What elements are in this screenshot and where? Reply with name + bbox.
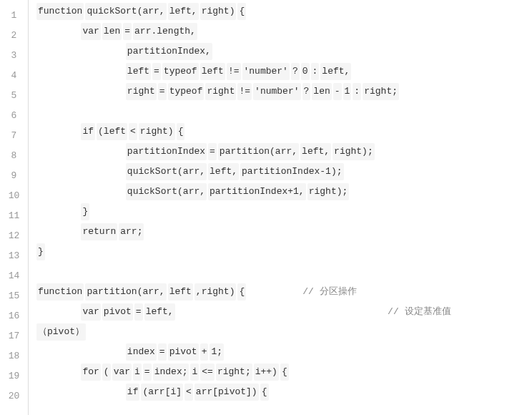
code-token: function xyxy=(36,283,84,301)
code-line: partitionIndex=partition(arr,left,right)… xyxy=(36,143,532,163)
code-token: if xyxy=(81,123,95,140)
code-token: partitionIndex xyxy=(126,143,207,160)
code-token: { xyxy=(280,363,289,381)
code-token: 0 xyxy=(301,63,310,80)
line-number: 19 xyxy=(0,366,28,386)
code-token: : xyxy=(353,83,361,100)
line-number: 11 xyxy=(0,206,28,226)
line-number: 5 xyxy=(0,86,28,106)
code-token: (arr[i] xyxy=(141,384,183,401)
code-area: functionquickSort(arr,left,right){ varle… xyxy=(29,0,532,415)
code-token: partitionIndex-1); xyxy=(240,163,343,180)
code-line xyxy=(36,263,532,283)
code-token: 1 xyxy=(343,83,352,100)
code-token: = xyxy=(123,23,132,40)
code-line: for(vari=index;i<=right;i++){ xyxy=(36,363,532,384)
code-token: if xyxy=(126,384,140,401)
code-line: if(left<right){ xyxy=(36,123,532,143)
line-number: 3 xyxy=(0,46,28,66)
code-token: quickSort(arr, xyxy=(126,163,207,180)
code-line: quickSort(arr,partitionIndex+1,right); xyxy=(36,183,532,203)
code-comment: // 设定基准值 xyxy=(176,306,451,317)
code-token: (left xyxy=(97,123,127,140)
code-token: i xyxy=(133,363,142,381)
code-token: left, xyxy=(300,143,331,160)
code-token: function xyxy=(36,3,84,20)
code-line: right=typeofright!='number'?len-1:right; xyxy=(36,83,532,103)
code-token: typeof xyxy=(162,63,199,80)
code-token: right; xyxy=(216,363,252,381)
code-line: index=pivot+1; xyxy=(36,343,532,363)
code-token: ( xyxy=(102,363,111,381)
line-number: 18 xyxy=(0,346,28,366)
line-number: 10 xyxy=(0,186,28,206)
code-token: arr.length, xyxy=(133,23,197,40)
code-token: = xyxy=(208,143,217,160)
code-token: right); xyxy=(307,183,350,200)
line-number: 7 xyxy=(0,126,28,146)
code-token: 'number' xyxy=(253,83,300,100)
code-token: i++) xyxy=(254,363,279,381)
line-number: 16 xyxy=(0,306,28,326)
code-token: left xyxy=(200,63,225,80)
code-token: left xyxy=(168,283,193,301)
code-token: typeof xyxy=(168,83,205,100)
code-line xyxy=(36,103,532,123)
code-token: = xyxy=(134,303,143,321)
code-token: var xyxy=(81,303,100,321)
code-line: varlen=arr.length, xyxy=(36,23,532,43)
code-token: quickSort(arr, xyxy=(85,3,166,20)
code-line: left=typeofleft!='number'?0:left, xyxy=(36,63,532,83)
code-token: - xyxy=(333,83,342,100)
code-line: if(arr[i]<arr[pivot]){ xyxy=(36,384,532,404)
line-number: 17 xyxy=(0,326,28,346)
code-token: for xyxy=(81,363,100,381)
code-token: return xyxy=(81,223,117,240)
code-line: functionpartition(arr,left,right){ // 分区… xyxy=(36,283,532,303)
code-token: i xyxy=(190,363,199,381)
code-token: right xyxy=(126,83,157,100)
code-token: ? xyxy=(291,63,300,80)
code-token: ,right) xyxy=(194,283,237,301)
code-token: len xyxy=(102,23,122,40)
code-token: left, xyxy=(320,63,351,80)
code-comment: // 分区操作 xyxy=(247,286,356,297)
code-token: right) xyxy=(200,3,237,20)
line-number: 20 xyxy=(0,386,28,406)
code-line: functionquickSort(arr,left,right){ xyxy=(36,3,532,23)
code-token: arr; xyxy=(119,223,144,240)
code-token: partition(arr, xyxy=(218,143,299,160)
code-token: pivot xyxy=(102,303,133,321)
code-token: { xyxy=(237,3,246,20)
code-token: var xyxy=(112,363,132,381)
line-number: 12 xyxy=(0,226,28,246)
code-token: index xyxy=(126,343,157,361)
code-token: = xyxy=(152,63,161,80)
code-token: arr[pivot]) xyxy=(194,384,259,401)
code-token: right) xyxy=(139,123,175,140)
code-token: 1; xyxy=(210,343,224,361)
code-token: right xyxy=(205,83,236,100)
code-token: left, xyxy=(208,163,239,180)
code-token: partitionIndex, xyxy=(126,43,212,60)
code-token: != xyxy=(237,83,252,100)
code-token: len xyxy=(312,83,331,100)
line-number: 8 xyxy=(0,146,28,166)
code-token: = xyxy=(158,343,167,361)
code-token: + xyxy=(200,343,209,361)
code-token: { xyxy=(177,123,185,140)
line-number: 14 xyxy=(0,266,28,286)
code-line: varpivot=left, // 设定基准值 xyxy=(36,303,532,323)
code-token: ? xyxy=(302,83,311,100)
code-token: { xyxy=(237,283,246,301)
code-token: var xyxy=(81,23,100,40)
line-number: 9 xyxy=(0,166,28,186)
code-token: left, xyxy=(144,303,175,321)
line-number: 2 xyxy=(0,26,28,46)
line-number: 15 xyxy=(0,286,28,306)
code-container: 1234567891011121314151617181920 function… xyxy=(0,0,532,415)
code-token: （pivot） xyxy=(36,323,86,341)
line-number: 4 xyxy=(0,66,28,86)
code-token: } xyxy=(36,243,45,260)
code-token: < xyxy=(184,384,193,401)
